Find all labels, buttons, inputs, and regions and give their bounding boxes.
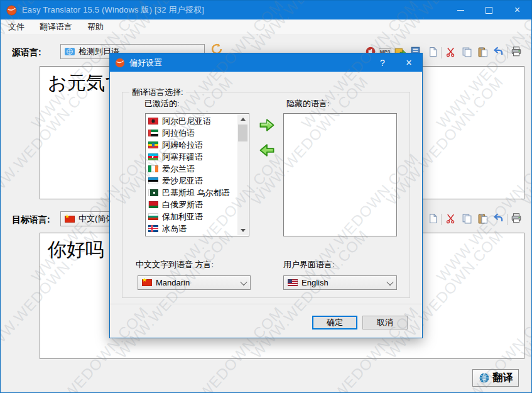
albania-flag-icon — [148, 118, 158, 125]
estonia-flag-icon — [148, 177, 158, 184]
detected-language-globe-icon — [65, 47, 75, 56]
scroll-down-button[interactable] — [237, 226, 248, 235]
scrollbar-thumb[interactable] — [238, 125, 247, 141]
move-right-button[interactable] — [258, 116, 276, 134]
dialog-help-button[interactable]: ? — [369, 53, 396, 72]
china-flag-icon — [65, 216, 75, 223]
new-document-icon — [428, 47, 438, 57]
arrow-down-icon — [241, 229, 246, 232]
toolbar-separator — [507, 47, 508, 58]
bulgaria-flag-icon — [148, 213, 158, 220]
undo-icon — [492, 46, 504, 57]
new-document-button[interactable] — [426, 211, 440, 225]
translate-button[interactable]: 翻译 — [472, 369, 519, 387]
undo-icon — [492, 213, 504, 224]
list-item-albania[interactable]: 阿尔巴尼亚语 — [146, 115, 237, 127]
list-item-poland[interactable]: 波兰语 — [146, 235, 237, 236]
app-logo-icon — [115, 58, 125, 68]
printer-icon — [511, 213, 522, 224]
move-left-button[interactable] — [258, 141, 276, 159]
arrow-up-icon — [241, 118, 246, 121]
cut-button[interactable] — [443, 211, 457, 225]
language-name: 巴基斯坦 乌尔都语 — [162, 187, 230, 199]
language-name: 保加利亚语 — [162, 211, 203, 223]
copy-icon — [462, 213, 472, 224]
tts-dialect-dropdown[interactable]: Mandarin — [138, 275, 251, 290]
list-item-estonia[interactable]: 爱沙尼亚语 — [146, 175, 237, 187]
dialog-separator — [110, 304, 422, 304]
cut-icon — [445, 47, 456, 57]
menu-help[interactable]: 帮助 — [80, 19, 111, 35]
dialog-title: 偏好设置 — [129, 57, 162, 69]
dialog-title-bar: 偏好设置 ? × — [110, 53, 422, 72]
app-window: Easy Translator 15.5 (Windows 版) [32 用户授… — [0, 0, 532, 393]
title-bar: Easy Translator 15.5 (Windows 版) [32 用户授… — [1, 1, 531, 19]
app-logo-icon — [6, 5, 17, 16]
hidden-language-list[interactable] — [283, 113, 397, 236]
undo-button[interactable] — [491, 211, 505, 225]
list-item-azerbaijan[interactable]: 阿塞拜疆语 — [146, 151, 237, 163]
list-item-ethiopia[interactable]: 阿姆哈拉语 — [146, 139, 237, 151]
chevron-down-icon — [240, 278, 247, 285]
print-button[interactable] — [509, 45, 523, 58]
language-name: 阿姆哈拉语 — [162, 140, 203, 151]
minimize-icon — [457, 10, 464, 11]
toolbar-separator — [507, 214, 508, 225]
undo-button[interactable] — [491, 45, 505, 58]
language-name: 波兰语 — [162, 235, 187, 236]
language-name: 阿塞拜疆语 — [162, 152, 203, 163]
cut-button[interactable] — [443, 45, 457, 58]
iceland-flag-icon — [148, 225, 158, 232]
dialog-close-button[interactable]: × — [396, 53, 422, 72]
list-item-bulgaria[interactable]: 保加利亚语 — [146, 211, 237, 223]
language-name: 白俄罗斯语 — [162, 199, 203, 211]
list-item-iceland[interactable]: 冰岛语 — [146, 223, 237, 235]
translate-button-label: 翻译 — [493, 372, 513, 385]
translate-globe-icon — [479, 372, 490, 384]
groupbox-title: 翻译语言选择: — [129, 87, 186, 98]
dialog-body: 翻译语言选择: 已激活的: 隐藏的语言: 阿尔巴尼亚语阿拉伯语阿姆哈拉语阿塞拜疆… — [110, 72, 422, 338]
language-name: 爱沙尼亚语 — [162, 175, 203, 187]
new-document-icon — [428, 213, 438, 224]
maximize-button[interactable] — [475, 1, 503, 19]
azerbaijan-flag-icon — [148, 153, 158, 160]
ui-language-dropdown[interactable]: English — [283, 275, 397, 290]
scroll-up-button[interactable] — [237, 114, 248, 124]
hidden-list-label: 隐藏的语言: — [286, 98, 330, 109]
paste-button[interactable] — [475, 211, 489, 225]
print-button[interactable] — [509, 211, 523, 225]
pakistan-flag-icon — [148, 189, 158, 196]
target-language-value: 中文(简体 — [79, 213, 114, 224]
toolbar-separator — [441, 214, 442, 225]
list-item-belarus[interactable]: 白俄罗斯语 — [146, 199, 237, 211]
active-language-list[interactable]: 阿尔巴尼亚语阿拉伯语阿姆哈拉语阿塞拜疆语爱尔兰语爱沙尼亚语巴基斯坦 乌尔都语白俄… — [145, 113, 249, 236]
chevron-down-icon — [386, 278, 393, 285]
paste-button[interactable] — [475, 45, 489, 58]
close-button[interactable]: × — [503, 1, 531, 19]
maximize-icon — [486, 7, 492, 14]
belarus-flag-icon — [148, 201, 158, 208]
cancel-button[interactable]: 取消 — [362, 316, 408, 329]
paste-icon — [477, 47, 488, 57]
language-name: 阿尔巴尼亚语 — [162, 116, 211, 127]
menu-translate-language[interactable]: 翻译语言 — [32, 19, 80, 35]
tts-dialect-label: 中文文字到语音 方言: — [136, 259, 214, 270]
active-list-label: 已激活的: — [144, 98, 180, 109]
tts-dialect-value: Mandarin — [156, 278, 190, 287]
list-item-pakistan[interactable]: 巴基斯坦 乌尔都语 — [146, 187, 237, 199]
ok-button[interactable]: 确定 — [312, 316, 357, 329]
uae-flag-icon — [148, 130, 158, 136]
list-item-uae[interactable]: 阿拉伯语 — [146, 127, 237, 139]
toolbar-separator — [441, 47, 442, 58]
list-item-ireland[interactable]: 爱尔兰语 — [146, 163, 237, 175]
list-scrollbar[interactable] — [237, 114, 248, 235]
copy-button[interactable] — [460, 211, 474, 225]
copy-icon — [462, 47, 472, 57]
minimize-button[interactable] — [447, 1, 475, 19]
new-document-button[interactable] — [426, 45, 440, 58]
menu-file[interactable]: 文件 — [1, 19, 32, 35]
ui-language-label: 用户界面语言: — [283, 259, 335, 270]
menu-bar: 文件 翻译语言 帮助 — [1, 19, 531, 34]
copy-button[interactable] — [460, 45, 474, 58]
window-title: Easy Translator 15.5 (Windows 版) [32 用户授… — [22, 4, 204, 16]
